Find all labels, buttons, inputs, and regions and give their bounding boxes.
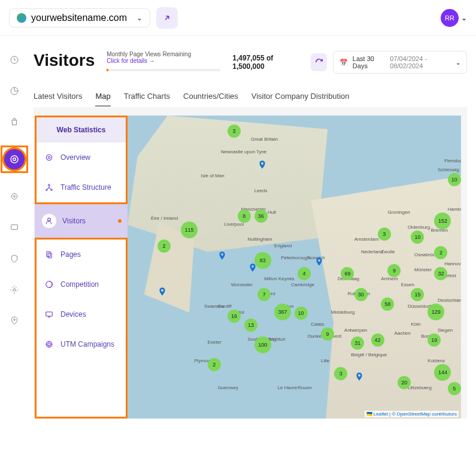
svg-point-4	[11, 193, 17, 199]
quota-progress-bar	[107, 69, 220, 71]
tab-map[interactable]: Map	[95, 92, 110, 107]
panel-item-overview[interactable]: Overview	[37, 143, 126, 172]
rail-dashboard-icon[interactable]	[8, 54, 20, 66]
map-cluster[interactable]: 3	[378, 228, 391, 241]
panel-label: Competition	[60, 280, 99, 289]
map-cluster[interactable]: 30	[354, 288, 368, 301]
map-pin[interactable]	[248, 261, 257, 274]
panel-item-competition[interactable]: Competition	[37, 269, 126, 299]
map-cluster[interactable]: 58	[381, 298, 394, 311]
map-cluster[interactable]: 2	[208, 358, 221, 371]
svg-point-9	[46, 154, 51, 160]
external-link-icon	[163, 14, 171, 22]
svg-point-13	[51, 189, 52, 190]
map-city-label: Koblenz	[428, 358, 445, 363]
refresh-button[interactable]	[311, 53, 326, 71]
svg-point-14	[48, 218, 51, 221]
map-city-label: Éire / Ireland	[151, 216, 178, 221]
svg-point-19	[46, 341, 51, 347]
map-cluster[interactable]: 36	[254, 210, 268, 223]
map-city-label: Rouen	[298, 385, 312, 390]
panel-item-utm[interactable]: UTM Campaigns	[37, 329, 126, 359]
rail-bag-icon[interactable]	[8, 116, 20, 128]
map-city-label: Worcester	[231, 282, 253, 287]
map-city-label: Newcastle upon Tyne	[221, 149, 266, 154]
user-avatar[interactable]: RR	[441, 9, 459, 27]
map-city-label: Zwolle	[381, 249, 395, 254]
map-cluster[interactable]: 115	[181, 222, 198, 238]
chevron-down-icon: ⌄	[456, 59, 460, 66]
map-city-label: Lëtzebuerg	[408, 385, 432, 390]
map-city-label: Hannover	[444, 261, 461, 266]
rail-shield-icon[interactable]	[8, 253, 20, 265]
rail-target-icon[interactable]	[8, 190, 20, 202]
map-cluster[interactable]: 100	[254, 336, 271, 353]
svg-point-10	[48, 156, 50, 159]
page-title: Visitors	[34, 51, 95, 70]
map-cluster[interactable]: 10	[295, 307, 308, 320]
map-city-label: Amsterdam	[354, 237, 379, 242]
quota-details-link[interactable]: Click for details →	[107, 57, 155, 64]
rail-webstats-icon[interactable]	[2, 147, 26, 171]
rail-gear-icon[interactable]	[8, 284, 20, 296]
competition-icon	[44, 279, 54, 290]
map-pin[interactable]	[257, 158, 267, 171]
panel-label: Visitors	[62, 217, 86, 225]
website-selector[interactable]: yourwebsitename.com ⌄	[9, 8, 150, 28]
panel-item-visitors[interactable]: Visitors	[35, 202, 128, 239]
tab-traffic-charts[interactable]: Traffic Charts	[124, 92, 170, 107]
campaign-icon	[44, 339, 54, 350]
map-cluster[interactable]: 8	[238, 210, 251, 223]
web-statistics-panel: Web Statistics Overview Traffic Structur…	[35, 116, 128, 419]
map-pin[interactable]	[354, 370, 364, 383]
map-city-label: Antwerpen	[344, 328, 367, 333]
map-city-label: Cambridge	[291, 282, 314, 287]
map-cluster[interactable]: 7	[257, 288, 271, 301]
panel-item-traffic-structure[interactable]: Traffic Structure	[37, 172, 126, 202]
rail-chat-icon[interactable]	[8, 222, 20, 234]
map-cluster[interactable]: 129	[428, 304, 444, 320]
panel-label: Traffic Structure	[60, 183, 111, 192]
panel-item-pages[interactable]: Pages	[37, 239, 126, 269]
svg-rect-15	[47, 251, 50, 256]
map-cluster[interactable]: 5	[448, 382, 461, 395]
open-external-button[interactable]	[156, 7, 178, 29]
map-cluster[interactable]: 10	[448, 173, 461, 186]
monitor-icon	[44, 309, 54, 320]
map-cluster[interactable]: 2	[434, 246, 447, 259]
map-cluster[interactable]: 13	[244, 319, 257, 332]
svg-point-11	[48, 184, 50, 186]
map-cluster[interactable]: 16	[228, 310, 241, 323]
map-city-label: Guernsey	[217, 385, 238, 390]
map-city-label: Oldenburg	[408, 225, 430, 230]
map-city-label: Flensburg	[444, 158, 461, 163]
visitor-map[interactable]: 🇺🇦 Leaflet | © OpenStreetMap contributor…	[128, 116, 461, 419]
rail-location-icon[interactable]	[8, 315, 20, 327]
chevron-down-icon: ⌄	[461, 14, 467, 22]
rail-chart-icon[interactable]	[8, 85, 20, 97]
map-cluster[interactable]: 367	[274, 304, 291, 320]
map-cluster[interactable]: 42	[371, 333, 384, 347]
pages-icon	[44, 249, 54, 260]
icon-rail	[0, 36, 29, 476]
map-city-label: Exeter	[208, 339, 222, 345]
map-city-label: Deutschland	[438, 298, 461, 303]
map-pin[interactable]	[217, 249, 227, 262]
tab-latest-visitors[interactable]: Latest Visitors	[34, 92, 82, 107]
map-city-label: Nederland	[361, 249, 383, 254]
date-range: 07/04/2024 - 08/02/2024	[390, 55, 451, 69]
map-pin[interactable]	[314, 255, 324, 268]
user-icon	[42, 214, 56, 228]
panel-label: UTM Campaigns	[60, 340, 114, 348]
map-city-label: Le Havre	[278, 385, 297, 390]
date-label: Last 30 Days	[353, 55, 385, 69]
panel-item-devices[interactable]: Devices	[37, 299, 126, 329]
map-pin[interactable]	[157, 285, 167, 298]
date-range-picker[interactable]: 📅 Last 30 Days 07/04/2024 - 08/02/2024 ⌄	[333, 51, 467, 74]
structure-icon	[44, 182, 54, 193]
map-attribution[interactable]: 🇺🇦 Leaflet | © OpenStreetMap contributor…	[365, 411, 459, 417]
tab-countries-cities[interactable]: Countries/Cities	[183, 92, 238, 107]
tab-visitor-company[interactable]: Visitor Company Distribution	[251, 92, 350, 107]
quota-value: 1,497,055 of 1,500,000	[232, 54, 299, 71]
map-cluster[interactable]: 4	[298, 267, 311, 280]
